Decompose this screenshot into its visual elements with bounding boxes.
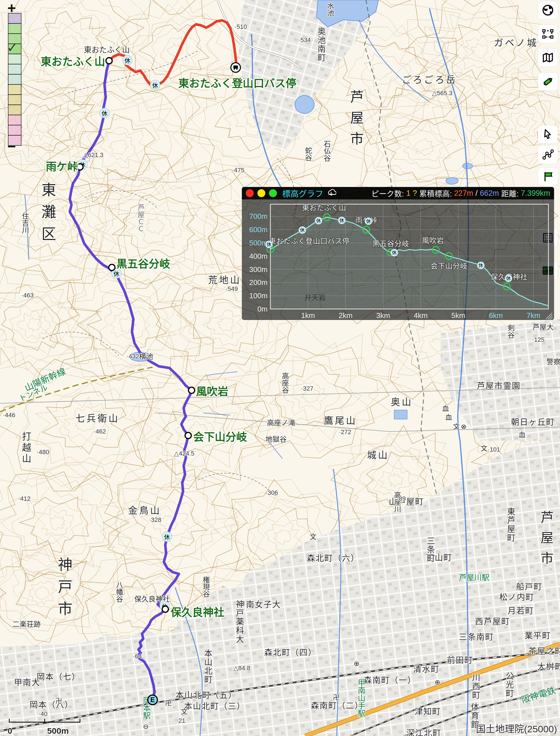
map-label: 神戸市 [56, 557, 72, 623]
peak-count-value: 1 [406, 189, 411, 198]
svg-text:休: 休 [478, 263, 483, 268]
map-label: 金鳥山 [128, 506, 161, 516]
map-label: 打越山 [21, 431, 31, 464]
map-label: ·462 [94, 428, 106, 435]
map-label: 剣谷 [507, 324, 514, 338]
map-label: 岡本（八） [29, 701, 73, 709]
expand-button[interactable] [269, 189, 277, 197]
bus-stop-marker[interactable] [229, 61, 242, 74]
route-end-marker[interactable]: E [147, 694, 158, 705]
map-label: 本山北町（三） [184, 702, 245, 711]
cursor-button[interactable] [538, 125, 558, 144]
map-label: ·21 [176, 717, 185, 724]
rest-point-badge[interactable]: 休 [162, 531, 172, 542]
map-label: 公光町 [505, 672, 513, 698]
x-tick-label: 1km [301, 311, 315, 320]
legend-swatch-11[interactable] [8, 125, 21, 136]
waypoint-marker[interactable] [188, 386, 195, 394]
map-label: 荒地山 [208, 275, 241, 285]
pencil-button[interactable] [538, 73, 558, 91]
map-label: 甲南大 [14, 678, 40, 687]
waypoint-marker[interactable] [185, 432, 192, 439]
map-label: ⊕ [435, 679, 440, 686]
map-label: ⊖ [143, 723, 149, 730]
map-label: 卍 [165, 700, 172, 707]
map-label: 船戸町 [516, 583, 542, 591]
elevation-panel[interactable]: 0m100m200m300m400m500m600m700m1km2km3km4… [242, 187, 554, 320]
globe-icon [541, 4, 554, 16]
map-label: 茶屋之町 [528, 647, 560, 655]
waypoint-label: 黒五谷分岐 [116, 255, 170, 271]
panel-title: 標高グラフ [282, 187, 323, 199]
rest-point-badge[interactable]: 休 [99, 108, 110, 118]
map-label: 高座ノ滝 [267, 419, 295, 426]
zoom-out-button[interactable]: − [7, 139, 16, 154]
y-tick-label: 0m [257, 305, 268, 313]
map-label: ·463 [21, 292, 34, 299]
peak-count-label: ピーク数: [371, 188, 404, 199]
map-label: ·306 [266, 489, 278, 496]
map-label: △424.5 [174, 450, 194, 457]
route-icon [541, 149, 554, 161]
map-label: 文 [453, 423, 460, 430]
legend-swatch-7[interactable] [8, 84, 21, 95]
map-label: ·64 [133, 653, 142, 659]
map-label: ·549 [225, 286, 238, 292]
map-label: ·510 [235, 23, 247, 30]
svg-text:休: 休 [506, 276, 511, 281]
flag-icon [541, 171, 554, 183]
map-label: ·40 [38, 711, 47, 717]
map-label: 八幡谷 [115, 581, 123, 602]
map-label: 深江北町 [406, 729, 441, 736]
route-button[interactable] [538, 146, 558, 164]
map-label: 奥池南町 [316, 27, 325, 62]
map-label: 芦屋市 [539, 511, 553, 572]
map-label: 高座谷 [281, 372, 288, 393]
y-tick-label: 100m [249, 292, 268, 300]
waypoint-label: 会下山分岐 [193, 428, 247, 444]
map-label: 七兵衛山 [75, 414, 120, 423]
map-label: 森北町（六） [307, 554, 359, 563]
waypoint-marker[interactable] [162, 605, 169, 613]
map-label: 芦屋市霊園 [477, 382, 520, 390]
map-label: 三条町 [426, 537, 434, 563]
legend-swatch-3[interactable]: ✓ [8, 44, 21, 54]
select-area-button[interactable] [538, 25, 558, 43]
folded-map-button[interactable] [538, 49, 558, 67]
flag-button[interactable] [538, 168, 558, 186]
map-label: ·125 [532, 337, 544, 343]
globe-button[interactable] [538, 1, 558, 19]
waypoint-marker[interactable] [105, 57, 113, 64]
map-label: 芦屋市 [348, 90, 363, 153]
elevation-panel-header[interactable]: 標高グラフ ピーク数:1? 累積標高:227m/662m 距離:7.399km [242, 187, 554, 199]
legend-swatch-4[interactable] [8, 54, 21, 64]
map-label: ·534 [298, 37, 311, 43]
svg-text:休: 休 [339, 218, 344, 223]
rest-point-badge[interactable]: 休 [122, 55, 133, 65]
legend-swatch-6[interactable] [8, 74, 21, 85]
waypoint-label: 雨ケ峠 [46, 158, 78, 173]
active-layer-check-icon: ✓ [7, 41, 18, 54]
map-label: 東灘区 [40, 182, 55, 248]
minimize-button[interactable] [257, 189, 265, 197]
map-label: 三条南町 [459, 633, 494, 641]
close-button[interactable] [246, 189, 254, 197]
waypoint-marker[interactable] [108, 264, 116, 271]
elevation-chart: 0m100m200m300m400m500m600m700m1km2km3km4… [242, 187, 554, 320]
cloud-download-icon[interactable] [326, 188, 336, 198]
map-label: ·446 [3, 412, 15, 418]
map-label: 芦屋川駅 [459, 574, 489, 582]
legend-swatch-1[interactable] [8, 23, 21, 34]
legend-swatch-5[interactable] [8, 64, 21, 75]
map-label: ·475 [232, 167, 244, 173]
gain-label: 累積標高: [419, 188, 452, 199]
rest-point-badge[interactable]: 休 [150, 80, 160, 90]
legend-swatch-8[interactable] [8, 94, 21, 105]
legend-swatch-10[interactable] [8, 115, 21, 125]
x-tick-label: 5km [451, 311, 465, 320]
map-label: 森北町（四） [264, 648, 317, 657]
map-label: ⊗ [461, 423, 466, 430]
map-label: △621.3 [83, 152, 103, 158]
legend-swatch-0[interactable] [8, 13, 21, 24]
legend-swatch-9[interactable] [8, 105, 21, 115]
